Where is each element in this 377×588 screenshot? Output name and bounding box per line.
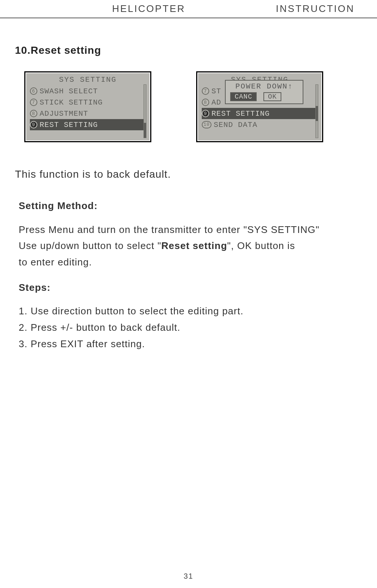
- steps-heading: Steps:: [19, 281, 377, 295]
- lcd1-item-9: 9 REST SETTING: [30, 119, 146, 130]
- page-number: 31: [183, 572, 193, 581]
- header-right: INSTRUCTION: [276, 3, 355, 15]
- lcd1-item-7: 7 STICK SETTING: [30, 97, 146, 108]
- lcd1-item-6: 6 SWASH SELECT: [30, 85, 146, 97]
- method-line-3: to enter editing.: [19, 255, 377, 270]
- lcd1-label-8: ADJUSTMENT: [40, 109, 88, 118]
- lcd2-label-10: SEND DATA: [214, 121, 257, 129]
- lcd1-title: SYS SETTING: [30, 75, 146, 84]
- method-line-2: Use up/down button to select "Reset sett…: [19, 239, 377, 253]
- lcd2-num-8: 8: [202, 99, 209, 106]
- lcd1-num-9: 9: [30, 121, 37, 128]
- header-left: HELICOPTER: [112, 3, 185, 15]
- lcd2-label-8: AD: [211, 98, 221, 107]
- lcd1-scrollbar: [143, 84, 146, 138]
- lcd2-item-10: 10 SEND DATA: [202, 119, 318, 130]
- lcd2-label-7: ST: [211, 87, 221, 96]
- lcd2-num-10: 10: [202, 121, 211, 128]
- lcd1-num-6: 6: [30, 87, 37, 95]
- step-3: 3. Press EXIT after setting.: [19, 337, 377, 351]
- lcd-screenshot-1: SYS SETTING 6 SWASH SELECT 7 STICK SETTI…: [24, 71, 151, 142]
- step-1: 1. Use direction button to select the ed…: [19, 304, 377, 318]
- lcd2-item-9: 9 REST SETTING: [202, 108, 318, 119]
- setting-method-heading: Setting Method:: [19, 199, 377, 213]
- step-2: 2. Press +/- button to back default.: [19, 321, 377, 335]
- lcd2-num-7: 7: [202, 87, 209, 95]
- lcd1-num-7: 7: [30, 99, 37, 106]
- lcd1-label-6: SWASH SELECT: [40, 87, 98, 96]
- lcd1-num-8: 8: [30, 110, 37, 117]
- lcd-screenshot-2: SYS SETTING 7 ST 8 AD 9 REST SETTING 10 …: [196, 71, 323, 142]
- section-title: 10.Reset setting: [15, 44, 377, 56]
- lcd2-dialog: POWER DOWN↑ CANC OK: [225, 80, 303, 104]
- lcd2-label-9: REST SETTING: [211, 109, 270, 118]
- method-line-1: Press Menu and turn on the transmitter t…: [19, 223, 377, 237]
- lcd1-label-7: STICK SETTING: [40, 98, 103, 107]
- lcd2-dialog-title: POWER DOWN↑: [228, 82, 300, 91]
- lcd2-scrollbar: [315, 84, 318, 138]
- lcd1-item-8: 8 ADJUSTMENT: [30, 108, 146, 119]
- lcd2-dialog-canc: CANC: [230, 92, 257, 101]
- lcd1-label-9: REST SETTING: [40, 121, 98, 129]
- intro-text: This function is to back default.: [15, 168, 377, 180]
- lcd2-num-9: 9: [202, 110, 209, 117]
- lcd2-dialog-ok: OK: [263, 92, 281, 101]
